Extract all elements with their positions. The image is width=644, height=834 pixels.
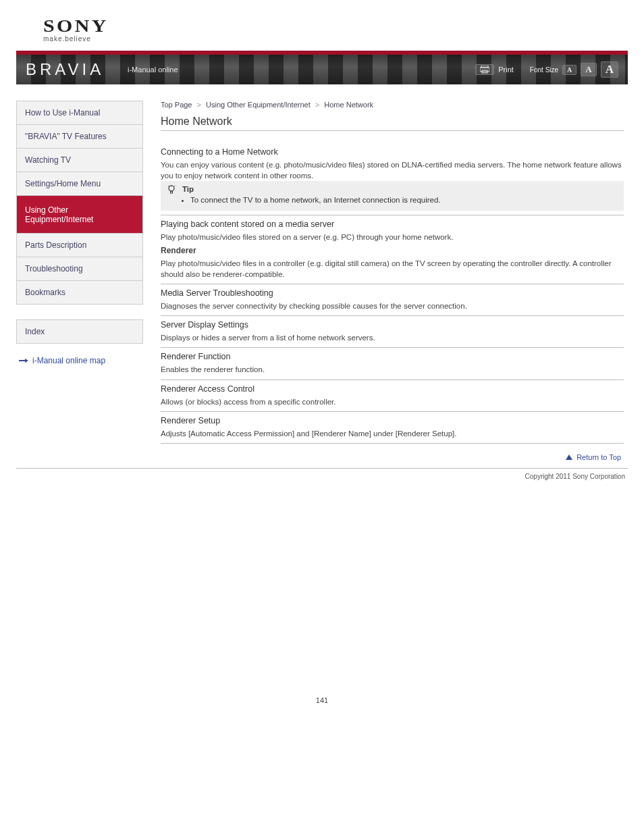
topic-title[interactable]: Server Display Settings <box>161 320 624 330</box>
tip-box: Tip To connect the TV to a home network,… <box>161 181 624 211</box>
topic-item: Connecting to a Home Network You can enj… <box>161 143 624 215</box>
svg-point-5 <box>169 186 174 191</box>
topic-item: Playing back content stored on a media s… <box>161 215 624 284</box>
topic-body-p2: Play photo/music/video files in a contro… <box>161 258 624 280</box>
arrow-up-icon <box>566 454 572 460</box>
topic-item: Renderer Function Enables the renderer f… <box>161 348 624 380</box>
sony-tagline: make.believe <box>43 35 628 43</box>
nav-troubleshooting[interactable]: Troubleshooting <box>16 257 143 281</box>
topic-title[interactable]: Renderer Function <box>161 352 624 361</box>
font-size-medium-button[interactable]: A <box>581 63 596 76</box>
tip-bullet: To connect the TV to a home network, an … <box>190 196 617 204</box>
svg-rect-1 <box>480 68 489 72</box>
copyright: Copyright 2011 Sony Corporation <box>16 469 628 480</box>
nav-bookmarks[interactable]: Bookmarks <box>16 281 143 305</box>
topic-item: Server Display Settings Displays or hide… <box>161 316 624 348</box>
nav-other-equipment[interactable]: Using Other Equipment/Internet <box>16 196 143 234</box>
topic-item: Media Server Troubleshooting Diagnoses t… <box>161 284 624 316</box>
breadcrumb: Top Page > Using Other Equipment/Interne… <box>161 101 624 109</box>
topic-title[interactable]: Connecting to a Home Network <box>161 147 624 157</box>
nav-how-to-use[interactable]: How to Use i-Manual <box>16 101 143 125</box>
product-brand: BRAVIA <box>26 60 104 79</box>
page-number: 141 <box>16 696 628 721</box>
font-size-large-button[interactable]: A <box>601 61 618 78</box>
svg-marker-10 <box>566 454 572 460</box>
nav-watching-tv[interactable]: Watching TV <box>16 149 143 172</box>
topic-title[interactable]: Playing back content stored on a media s… <box>161 219 624 229</box>
svg-line-7 <box>168 186 169 187</box>
topic-body: Displays or hides a server from a list o… <box>161 332 624 343</box>
return-to-top-link[interactable]: Return to Top <box>161 444 624 468</box>
printer-icon <box>480 66 489 74</box>
breadcrumb-sep: > <box>197 101 201 109</box>
topic-subheading: Renderer <box>161 245 624 257</box>
breadcrumb-current: Home Network <box>324 101 373 109</box>
font-size-label: Font Size <box>530 66 558 74</box>
main-content: Top Page > Using Other Equipment/Interne… <box>161 101 628 468</box>
svg-marker-4 <box>25 359 28 363</box>
page-title: Home Network <box>161 115 624 131</box>
topic-body: Allows (or blocks) access from a specifi… <box>161 396 624 407</box>
topic-title[interactable]: Renderer Setup <box>161 416 624 425</box>
arrow-right-icon <box>19 358 28 363</box>
nav-settings-home[interactable]: Settings/Home Menu <box>16 172 143 196</box>
topic-item: Renderer Access Control Allows (or block… <box>161 380 624 412</box>
guide-title: i-Manual online <box>128 66 178 74</box>
imanual-map-label: i-Manual online map <box>32 356 105 365</box>
nav-parts-description[interactable]: Parts Description <box>16 234 143 257</box>
lightbulb-icon <box>167 185 176 196</box>
imanual-map-link[interactable]: i-Manual online map <box>16 356 143 365</box>
topic-body: You can enjoy various content (e.g. phot… <box>161 159 624 181</box>
topic-body: Play photo/music/video files stored on a… <box>161 232 624 280</box>
tip-label: Tip <box>182 185 617 193</box>
print-label: Print <box>498 66 514 74</box>
breadcrumb-section[interactable]: Using Other Equipment/Internet <box>206 101 311 109</box>
sidebar: How to Use i-Manual "BRAVIA" TV Features… <box>16 101 143 468</box>
nav-bravia-features[interactable]: "BRAVIA" TV Features <box>16 125 143 149</box>
print-button[interactable] <box>475 64 494 75</box>
nav-index[interactable]: Index <box>16 320 143 344</box>
topic-body: Adjusts [Automatic Access Permission] an… <box>161 428 624 439</box>
topic-title[interactable]: Renderer Access Control <box>161 384 624 394</box>
font-size-small-button[interactable]: A <box>562 65 576 75</box>
return-to-top-label: Return to Top <box>576 453 621 461</box>
topic-body: Diagnoses the server connectivity by che… <box>161 301 624 311</box>
sony-wordmark: SONY <box>43 16 109 36</box>
svg-rect-6 <box>171 191 173 193</box>
breadcrumb-sep: > <box>315 101 319 109</box>
svg-line-8 <box>174 186 176 187</box>
header-banner: BRAVIA i-Manual online Print Font Size A… <box>16 55 628 84</box>
topic-title[interactable]: Media Server Troubleshooting <box>161 288 624 298</box>
topic-body-p1: Play photo/music/video files stored on a… <box>161 232 624 242</box>
breadcrumb-top[interactable]: Top Page <box>161 101 192 109</box>
brand-logo-block: SONY make.believe <box>43 16 628 43</box>
topic-body: Enables the renderer function. <box>161 364 624 375</box>
topic-item: Renderer Setup Adjusts [Automatic Access… <box>161 412 624 444</box>
